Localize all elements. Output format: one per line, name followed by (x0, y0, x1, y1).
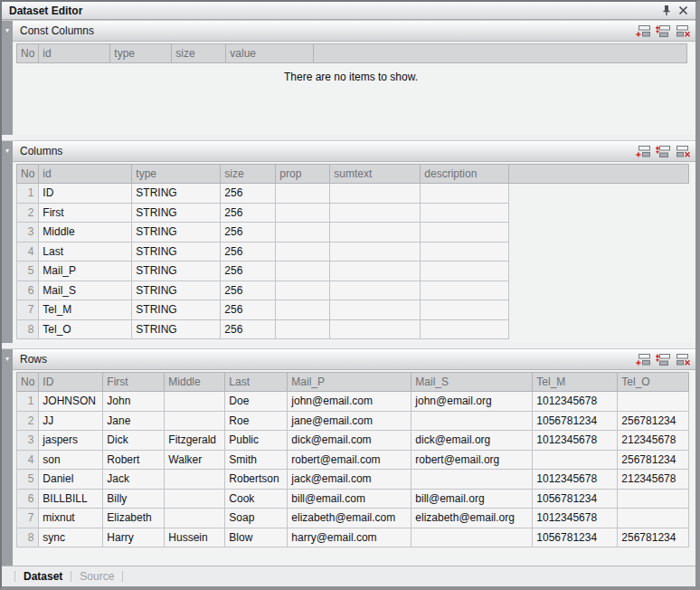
data-cell[interactable] (421, 281, 509, 300)
row-number-cell[interactable]: 2 (17, 203, 39, 223)
column-header[interactable]: id (39, 44, 110, 63)
data-cell[interactable]: STRING (132, 223, 221, 243)
data-cell[interactable]: ID (39, 184, 132, 204)
column-header[interactable]: value (226, 44, 314, 63)
data-cell[interactable]: elizabeth@email.com (288, 509, 411, 528)
row-number-cell[interactable]: 8 (17, 528, 39, 547)
data-cell[interactable] (330, 203, 421, 223)
data-cell[interactable] (165, 392, 225, 412)
data-cell[interactable] (276, 262, 330, 281)
row-number-cell[interactable]: 3 (17, 223, 39, 243)
pin-button[interactable] (658, 4, 675, 18)
column-header[interactable]: Last (225, 373, 288, 392)
row-number-cell[interactable]: 7 (17, 300, 39, 320)
column-header[interactable]: First (103, 373, 165, 392)
column-header[interactable]: description (421, 165, 509, 184)
row-number-cell[interactable]: 3 (17, 431, 39, 451)
column-header[interactable]: No (17, 44, 39, 63)
data-cell[interactable] (330, 300, 421, 320)
data-cell[interactable]: sync (39, 528, 103, 547)
data-cell[interactable]: Soap (225, 509, 288, 528)
data-cell[interactable] (165, 509, 225, 528)
data-cell[interactable]: son (39, 450, 103, 470)
row-number-cell[interactable]: 8 (17, 319, 39, 339)
data-cell[interactable]: 1012345678 (533, 470, 618, 490)
data-cell[interactable]: STRING (132, 184, 221, 204)
data-cell[interactable]: Billy (103, 489, 165, 509)
data-cell[interactable]: Jack (103, 470, 165, 490)
column-header[interactable]: prop (276, 165, 330, 184)
tab-dataset[interactable]: Dataset (24, 570, 62, 583)
data-cell[interactable]: 1012345678 (533, 509, 618, 528)
data-cell[interactable] (421, 184, 509, 204)
data-cell[interactable]: 256781234 (618, 411, 689, 431)
data-cell[interactable] (421, 300, 509, 320)
data-cell[interactable]: Doe (225, 392, 288, 412)
data-cell[interactable]: JOHNSON (39, 392, 103, 412)
data-cell[interactable]: Smith (225, 450, 288, 470)
column-header[interactable]: No (17, 373, 39, 392)
data-cell[interactable]: Walker (165, 450, 225, 470)
data-cell[interactable]: BILLBILL (39, 489, 103, 509)
data-cell[interactable] (618, 392, 689, 412)
data-cell[interactable] (330, 319, 421, 339)
column-header[interactable]: Mail_P (288, 373, 411, 392)
data-cell[interactable]: STRING (132, 300, 221, 320)
data-cell[interactable]: STRING (132, 319, 221, 339)
data-cell[interactable]: Elizabeth (103, 509, 165, 528)
row-number-cell[interactable]: 1 (17, 184, 39, 204)
data-cell[interactable] (165, 470, 225, 490)
data-cell[interactable] (618, 509, 689, 528)
data-cell[interactable]: robert@email.org (411, 450, 533, 470)
data-cell[interactable]: Hussein (165, 528, 225, 547)
data-cell[interactable]: Mail_P (39, 262, 132, 281)
data-cell[interactable] (276, 281, 330, 300)
row-number-cell[interactable]: 6 (17, 489, 39, 509)
data-cell[interactable]: JJ (39, 411, 103, 431)
column-header[interactable]: Tel_M (533, 373, 618, 392)
row-number-cell[interactable]: 1 (17, 392, 39, 412)
insert-row-button[interactable] (655, 352, 672, 366)
data-cell[interactable] (276, 184, 330, 204)
column-header[interactable]: ID (39, 373, 103, 392)
row-number-cell[interactable]: 2 (17, 411, 39, 431)
data-cell[interactable] (411, 528, 533, 547)
data-cell[interactable]: Robert (103, 450, 165, 470)
column-header[interactable]: id (39, 165, 132, 184)
data-cell[interactable] (330, 281, 421, 300)
data-cell[interactable] (330, 242, 421, 262)
data-cell[interactable]: Cook (225, 489, 288, 509)
data-cell[interactable]: 256 (221, 319, 276, 339)
insert-row-button[interactable] (655, 144, 672, 158)
data-cell[interactable] (276, 223, 330, 243)
data-cell[interactable]: harry@email.com (288, 528, 411, 547)
add-row-button[interactable] (635, 24, 652, 38)
data-cell[interactable]: 256 (221, 300, 276, 320)
data-cell[interactable]: Harry (103, 528, 165, 547)
data-cell[interactable]: bill@email.com (288, 489, 411, 509)
collapse-gutter-const-columns[interactable]: ▾ (2, 21, 13, 135)
data-cell[interactable]: 256 (221, 184, 276, 204)
data-cell[interactable]: STRING (132, 262, 221, 281)
data-cell[interactable]: 256 (221, 262, 276, 281)
data-cell[interactable]: mixnut (39, 509, 103, 528)
data-cell[interactable] (421, 223, 509, 243)
column-header[interactable]: No (17, 165, 39, 184)
row-number-cell[interactable]: 4 (17, 242, 39, 262)
data-cell[interactable] (421, 262, 509, 281)
delete-row-button[interactable] (675, 144, 692, 158)
data-cell[interactable]: STRING (132, 242, 221, 262)
data-cell[interactable]: 256781234 (618, 450, 689, 470)
data-cell[interactable] (330, 223, 421, 243)
data-cell[interactable]: Robertson (225, 470, 288, 490)
data-cell[interactable]: 1012345678 (533, 392, 618, 412)
column-header[interactable]: Tel_O (618, 373, 689, 392)
data-cell[interactable]: bill@email.org (411, 489, 533, 509)
data-cell[interactable]: elizabeth@email.org (411, 509, 533, 528)
data-cell[interactable]: 1056781234 (533, 528, 618, 547)
column-header[interactable]: Middle (165, 373, 225, 392)
data-cell[interactable]: john@email.com (288, 392, 411, 412)
data-cell[interactable]: john@email.org (411, 392, 533, 412)
data-cell[interactable]: Tel_O (39, 319, 132, 339)
data-cell[interactable]: jack@email.com (288, 470, 411, 490)
